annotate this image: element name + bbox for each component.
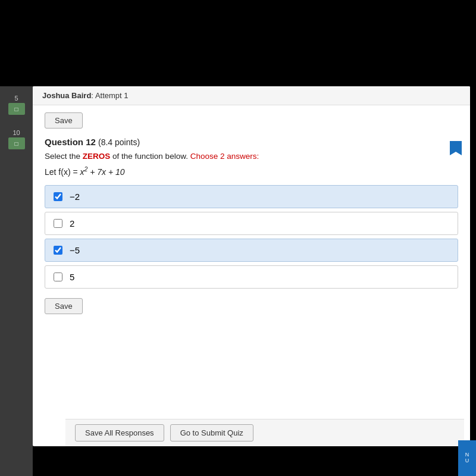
instruction-prefix: Select the [45, 152, 83, 161]
checkbox-neg5[interactable] [54, 246, 62, 255]
save-all-responses-button[interactable]: Save All Responses [75, 424, 164, 441]
question-points: (8.4 points) [98, 137, 140, 147]
answer-label-neg2: −2 [70, 192, 80, 202]
user-name: Joshua Baird [42, 91, 91, 100]
checkbox-neg2[interactable] [54, 192, 62, 201]
sidebar-icon-10[interactable]: □ [8, 137, 25, 149]
attempt-label: : Attempt 1 [91, 91, 128, 100]
left-sidebar: 5 □ 10 □ [0, 86, 33, 476]
instruction-suffix: of the function below. [110, 152, 190, 161]
save-top-button[interactable]: Save [45, 112, 83, 129]
sidebar-item-10: 10 □ [0, 127, 33, 152]
quiz-header: Joshua Baird : Attempt 1 [33, 86, 470, 105]
blue-corner-button[interactable]: NU [458, 440, 476, 476]
blue-corner-label: NU [465, 452, 469, 464]
quiz-container: Joshua Baird : Attempt 1 Save Question 1… [33, 86, 470, 446]
answer-label-2: 2 [70, 218, 74, 228]
function-label: Let f(x) = x2 + 7x + 10 [45, 167, 125, 177]
question-number: Question 12 [45, 137, 96, 147]
answer-option-5[interactable]: 5 [45, 265, 458, 289]
answer-option-neg2[interactable]: −2 [45, 185, 458, 208]
answer-option-2[interactable]: 2 [45, 212, 458, 235]
instruction-text: Select the ZEROS of the function below. … [45, 152, 458, 161]
quiz-content: Save Question 12 (8.4 points) Select the… [33, 105, 470, 330]
answer-label-5: 5 [70, 272, 74, 282]
zeros-word: ZEROS [83, 152, 111, 161]
checkbox-2[interactable] [54, 219, 62, 228]
answer-option-neg5[interactable]: −5 [45, 239, 458, 262]
top-black-bar [0, 0, 476, 86]
sidebar-item-5: 5 □ [0, 92, 33, 117]
checkbox-5[interactable] [54, 273, 62, 281]
go-to-submit-quiz-button[interactable]: Go to Submit Quiz [170, 424, 253, 441]
sidebar-num-10: 10 [12, 129, 20, 136]
bottom-bar: Save All Responses Go to Submit Quiz [65, 419, 464, 446]
sidebar-icon-5[interactable]: □ [8, 103, 25, 115]
save-bottom-button[interactable]: Save [45, 298, 83, 314]
answer-label-neg5: −5 [70, 245, 80, 255]
sidebar-num-5: 5 [14, 95, 18, 102]
function-expression: Let f(x) = x2 + 7x + 10 [45, 165, 458, 177]
question-title: Question 12 (8.4 points) [45, 137, 458, 147]
choose-text: Choose 2 answers: [190, 152, 259, 161]
